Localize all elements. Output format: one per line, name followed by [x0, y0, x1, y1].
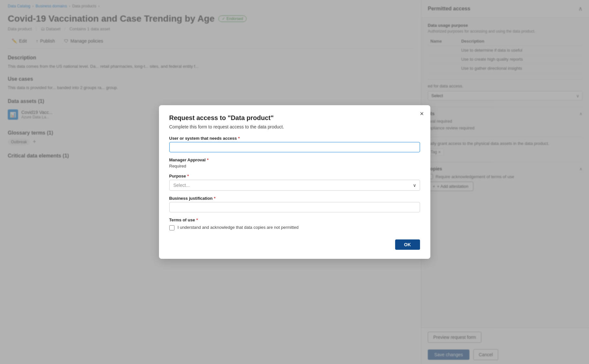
terms-checkbox-label: I understand and acknowledge that data c…	[178, 225, 299, 230]
terms-checkbox[interactable]	[169, 225, 174, 230]
user-system-group: User or system that needs access *	[169, 136, 420, 152]
required-star-5: *	[196, 217, 198, 222]
terms-of-use-group: Terms of use * I understand and acknowle…	[169, 217, 420, 230]
manager-approval-label: Manager Approval *	[169, 157, 420, 162]
request-access-modal: × Request access to "Data product" Compl…	[159, 105, 430, 259]
purpose-group: Purpose * Select... ∨	[169, 174, 420, 191]
required-star-2: *	[207, 157, 208, 162]
purpose-select-wrapper: Select... ∨	[169, 180, 420, 191]
modal-close-button[interactable]: ×	[420, 110, 424, 117]
required-star-3: *	[187, 174, 189, 178]
terms-checkbox-row: I understand and acknowledge that data c…	[169, 225, 420, 230]
modal-footer: OK	[169, 239, 420, 250]
manager-approval-value: Required	[169, 164, 420, 168]
purpose-label: Purpose *	[169, 174, 420, 178]
required-star: *	[238, 136, 240, 141]
modal-overlay: × Request access to "Data product" Compl…	[0, 0, 589, 364]
purpose-select[interactable]: Select...	[169, 180, 420, 191]
required-star-4: *	[214, 196, 216, 201]
business-justification-label: Business justification *	[169, 196, 420, 201]
business-justification-input[interactable]	[169, 202, 420, 212]
manager-approval-group: Manager Approval * Required	[169, 157, 420, 168]
user-system-input[interactable]	[169, 142, 420, 152]
modal-title: Request access to "Data product"	[169, 114, 420, 122]
modal-ok-button[interactable]: OK	[395, 239, 420, 250]
terms-of-use-label: Terms of use *	[169, 217, 420, 222]
business-justification-group: Business justification *	[169, 196, 420, 212]
modal-subtitle: Complete this form to request access to …	[169, 124, 420, 129]
user-system-label: User or system that needs access *	[169, 136, 420, 141]
